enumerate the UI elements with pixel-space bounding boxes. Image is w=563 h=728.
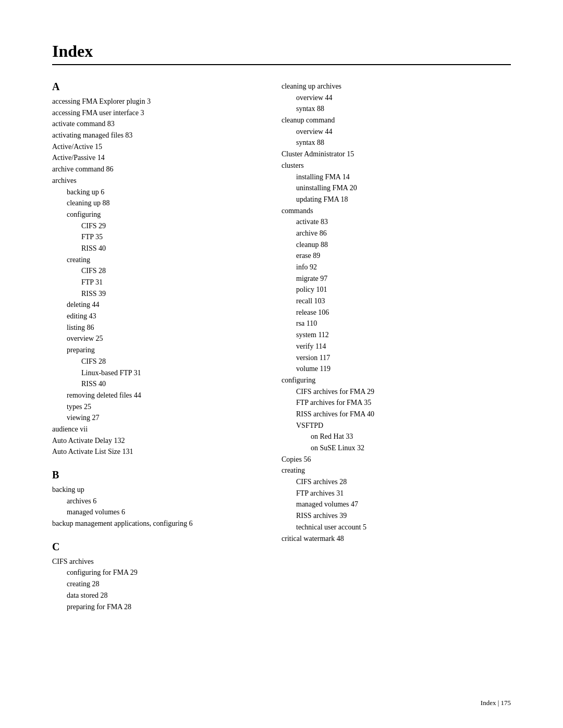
list-item: on Red Hat 33 xyxy=(282,431,511,442)
list-item: technical user account 5 xyxy=(282,522,511,533)
list-item: backing up 6 xyxy=(52,187,250,198)
list-item: preparing xyxy=(52,344,250,356)
list-item: CIFS archives 28 xyxy=(282,476,511,488)
list-item: RISS archives for FMA 40 xyxy=(282,409,511,420)
list-item: cleaning up 88 xyxy=(52,198,250,209)
list-item: creating xyxy=(52,254,250,266)
list-item: audience vii xyxy=(52,424,250,435)
title-rule xyxy=(52,64,511,65)
list-item: managed volumes 47 xyxy=(282,499,511,510)
page-title: Index xyxy=(52,42,511,61)
list-item: migrate 97 xyxy=(282,273,511,285)
right-column: cleaning up archives overview 44 syntax … xyxy=(282,81,511,556)
list-item: RISS 40 xyxy=(52,243,250,254)
list-item: CIFS archives xyxy=(52,556,250,567)
list-item: updating FMA 18 xyxy=(282,194,511,205)
list-item: cleaning up archives xyxy=(282,81,511,92)
section-c: C CIFS archives configuring for FMA 29 c… xyxy=(52,541,250,612)
section-a: A accessing FMA Explorer plugin 3 access… xyxy=(52,81,250,458)
list-item: critical watermark 48 xyxy=(282,533,511,545)
left-column: A accessing FMA Explorer plugin 3 access… xyxy=(52,81,250,624)
list-item: CIFS 29 xyxy=(52,220,250,232)
list-item: archives 6 xyxy=(52,496,250,507)
list-item: configuring for FMA 29 xyxy=(52,567,250,578)
list-item: CIFS archives for FMA 29 xyxy=(282,386,511,398)
section-b: B backing up archives 6 managed volumes … xyxy=(52,469,250,529)
page-footer: Index | 175 xyxy=(481,699,511,707)
list-item: rsa 110 xyxy=(282,318,511,329)
list-item: types 25 xyxy=(52,401,250,413)
list-item: configuring xyxy=(52,209,250,220)
list-item: recall 103 xyxy=(282,295,511,307)
list-item: removing deleted files 44 xyxy=(52,390,250,401)
list-item: Active/Passive 14 xyxy=(52,152,250,164)
list-item: policy 101 xyxy=(282,284,511,295)
list-item: cleanup 88 xyxy=(282,239,511,251)
list-item: creating xyxy=(282,465,511,476)
list-item: Active/Active 15 xyxy=(52,141,250,153)
list-item: FTP 35 xyxy=(52,231,250,243)
list-item: overview 44 xyxy=(282,126,511,138)
list-item: cleanup command xyxy=(282,115,511,126)
index-columns: A accessing FMA Explorer plugin 3 access… xyxy=(52,81,511,624)
list-item: RISS 39 xyxy=(52,288,250,300)
list-item: accessing FMA Explorer plugin 3 xyxy=(52,96,250,107)
list-item: FTP archives 31 xyxy=(282,488,511,499)
section-letter-a: A xyxy=(52,81,250,93)
list-item: preparing for FMA 28 xyxy=(52,601,250,613)
list-item: backup management applications, configur… xyxy=(52,518,250,529)
list-item: managed volumes 6 xyxy=(52,507,250,518)
list-item: activate command 83 xyxy=(52,118,250,130)
list-item: Cluster Administrator 15 xyxy=(282,149,511,160)
list-item: configuring xyxy=(282,375,511,386)
list-item: verify 114 xyxy=(282,341,511,352)
list-item: CIFS 28 xyxy=(52,265,250,277)
list-item: uninstalling FMA 20 xyxy=(282,182,511,194)
list-item: erase 89 xyxy=(282,250,511,262)
list-item: syntax 88 xyxy=(282,103,511,115)
list-item: release 106 xyxy=(282,307,511,318)
list-item: RISS 40 xyxy=(52,378,250,390)
list-item: creating 28 xyxy=(52,578,250,590)
list-item: viewing 27 xyxy=(52,412,250,424)
list-item: VSFTPD xyxy=(282,420,511,431)
list-item: RISS archives 39 xyxy=(282,510,511,522)
list-item: editing 43 xyxy=(52,311,250,322)
list-item: on SuSE Linux 32 xyxy=(282,442,511,454)
section-letter-b: B xyxy=(52,469,250,481)
list-item: installing FMA 14 xyxy=(282,171,511,183)
list-item: FTP archives for FMA 35 xyxy=(282,397,511,409)
list-item: system 112 xyxy=(282,329,511,341)
list-item: data stored 28 xyxy=(52,590,250,601)
list-item: Linux-based FTP 31 xyxy=(52,367,250,379)
list-item: archives xyxy=(52,175,250,187)
list-item: Auto Activate Delay 132 xyxy=(52,435,250,447)
list-item: activate 83 xyxy=(282,216,511,228)
section-c-continued: cleaning up archives overview 44 syntax … xyxy=(282,81,511,544)
list-item: overview 25 xyxy=(52,333,250,344)
list-item: clusters xyxy=(282,160,511,171)
list-item: archive 86 xyxy=(282,228,511,239)
list-item: accessing FMA user interface 3 xyxy=(52,107,250,119)
page: Index A accessing FMA Explorer plugin 3 … xyxy=(0,0,563,728)
list-item: listing 86 xyxy=(52,322,250,334)
list-item: overview 44 xyxy=(282,92,511,104)
list-item: FTP 31 xyxy=(52,277,250,288)
list-item: archive command 86 xyxy=(52,164,250,175)
list-item: syntax 88 xyxy=(282,137,511,149)
list-item: volume 119 xyxy=(282,363,511,375)
list-item: Auto Activate List Size 131 xyxy=(52,446,250,458)
list-item: info 92 xyxy=(282,262,511,273)
list-item: activating managed files 83 xyxy=(52,130,250,141)
list-item: Copies 56 xyxy=(282,454,511,465)
section-letter-c: C xyxy=(52,541,250,553)
list-item: CIFS 28 xyxy=(52,356,250,367)
list-item: commands xyxy=(282,205,511,217)
list-item: backing up xyxy=(52,484,250,496)
list-item: version 117 xyxy=(282,352,511,364)
list-item: deleting 44 xyxy=(52,299,250,311)
